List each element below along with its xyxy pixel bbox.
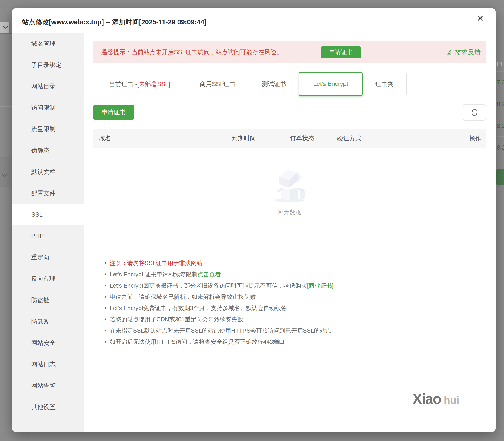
background-dropdown bbox=[0, 22, 10, 33]
background-php-version: 8.2 bbox=[497, 93, 504, 115]
sidebar-item-label: SSL bbox=[31, 211, 43, 218]
tab-label: Let's Encrypt bbox=[313, 80, 348, 88]
note-item: Let's Encrypt 证书申请和续签限制点击查看 bbox=[104, 269, 334, 280]
empty-state-text: 暂无数据 bbox=[93, 208, 486, 217]
sidebar-item-default-doc[interactable]: 默认文档 bbox=[12, 161, 84, 183]
tab-test-cert[interactable]: 测试证书 bbox=[249, 73, 299, 95]
note-item: 申请之前，请确保域名已解析，如未解析会导致审核失败 bbox=[104, 291, 334, 302]
feedback-label: 需求反馈 bbox=[455, 48, 481, 57]
sidebar-item-site-security[interactable]: 网站安全 bbox=[12, 332, 84, 354]
sidebar-item-label: PHP bbox=[31, 233, 44, 239]
divider bbox=[0, 64, 12, 64]
sidebar-item-config-file[interactable]: 配置文件 bbox=[12, 183, 84, 204]
note-link[interactable]: 点击查看 bbox=[198, 270, 221, 278]
sidebar-item-rewrite[interactable]: 伪静态 bbox=[12, 140, 84, 161]
sidebar-item-subdir-bind[interactable]: 子目录绑定 bbox=[12, 54, 84, 76]
note-item: 在未指定SSL默认站点时未开启SSL的站点使用HTTPS会直接访问到已开启SSL… bbox=[104, 325, 334, 336]
note-text: Let's Encrypt 证书申请和续签限制 bbox=[110, 270, 198, 278]
ssl-notes-list: 注意：请勿将SSL证书用于非法网站 Let's Encrypt 证书申请和续签限… bbox=[104, 257, 334, 347]
tab-label: 测试证书 bbox=[262, 80, 286, 88]
dialog-title: 站点修改[www.webcx.top] -- 添加时间[2025-11-29 0… bbox=[22, 17, 207, 27]
sidebar-item-ssl[interactable]: SSL bbox=[12, 204, 84, 225]
note-text: 如开启后无法使用HTTPS访问，请检查安全组是否正确放行443端口 bbox=[110, 338, 285, 346]
sidebar-item-label: 其他设置 bbox=[31, 404, 56, 410]
apply-cert-button[interactable]: 申请证书 bbox=[321, 46, 361, 58]
background-green-button bbox=[496, 169, 504, 185]
tab-commercial-ssl[interactable]: 商用SSL证书 bbox=[186, 73, 249, 95]
sidebar-item-label: 访问限制 bbox=[31, 104, 56, 111]
empty-box-icon bbox=[269, 166, 310, 204]
sidebar-item-label: 子目录绑定 bbox=[31, 62, 62, 68]
note-text: 注意：请勿将SSL证书用于非法网站 bbox=[110, 259, 203, 267]
note-item: 若您的站点使用了CDN或301重定向会导致续签失败 bbox=[104, 314, 334, 325]
sidebar-item-domain-manage[interactable]: 域名管理 bbox=[12, 33, 84, 54]
note-text: Let's Encrypt因更换根证书，部分老旧设备访问时可能提示不可信，考虑购… bbox=[110, 282, 307, 290]
sidebar-item-label: 防盗链 bbox=[31, 297, 49, 303]
sidebar-item-label: 网站目录 bbox=[31, 83, 56, 90]
refresh-button[interactable] bbox=[463, 104, 486, 121]
sidebar-item-anti-hotlink[interactable]: 防盗链 bbox=[12, 290, 84, 311]
watermark-logo: Xiao hui bbox=[413, 391, 459, 407]
background-right-strip: PH 7.3 8.2 8.2 8.2 bbox=[496, 8, 504, 432]
tab-warning-label: [未部署SSL] bbox=[137, 80, 170, 88]
sidebar-item-site-log[interactable]: 网站日志 bbox=[12, 354, 84, 375]
settings-sidebar: 域名管理 子目录绑定 网站目录 访问限制 流量限制 伪静态 默认文档 配置文件 … bbox=[12, 33, 84, 432]
sidebar-item-tamper-proof[interactable]: 防篡改 bbox=[12, 311, 84, 332]
background-left-strip: 0 0 bbox=[0, 8, 12, 432]
background-php-version: 8.2 bbox=[497, 115, 504, 137]
sidebar-item-reverse-proxy[interactable]: 反向代理 bbox=[12, 268, 84, 290]
note-text: 申请之前，请确保域名已解析，如未解析会导致审核失败 bbox=[110, 293, 256, 301]
chevron-down-icon bbox=[3, 26, 8, 29]
sidebar-item-redirect[interactable]: 重定向 bbox=[12, 247, 84, 268]
warning-text: 温馨提示：当前站点未开启SSL证书访问，站点访问可能存在风险。 bbox=[101, 41, 282, 63]
sidebar-item-label: 域名管理 bbox=[31, 40, 56, 47]
background-row bbox=[0, 158, 12, 187]
note-text: Let's Encrypt免费证书，有效期3个月，支持多域名。默认会自动续签 bbox=[110, 304, 287, 312]
chevron-down-icon bbox=[1, 173, 8, 177]
note-text: 若您的站点使用了CDN或301重定向会导致续签失败 bbox=[110, 315, 243, 323]
divider bbox=[0, 85, 12, 85]
divider bbox=[0, 33, 12, 34]
sidebar-item-label: 网站告警 bbox=[31, 382, 56, 389]
column-header-domain: 域名 bbox=[99, 129, 111, 148]
note-link[interactable]: [商业证书] bbox=[307, 282, 333, 290]
tab-label: 证书夹 bbox=[375, 80, 394, 88]
cert-table-header: 域名 到期时间 订单状态 验证方式 操作 bbox=[93, 129, 486, 148]
tab-label: 当前证书 - bbox=[109, 80, 137, 88]
divider bbox=[0, 128, 12, 128]
column-header-order-status: 订单状态 bbox=[290, 129, 314, 148]
note-item: 如开启后无法使用HTTPS访问，请检查安全组是否正确放行443端口 bbox=[104, 336, 334, 347]
tab-label: 商用SSL证书 bbox=[200, 80, 235, 88]
sidebar-item-label: 网站日志 bbox=[31, 361, 56, 368]
divider bbox=[0, 149, 12, 149]
empty-state: 暂无数据 bbox=[93, 166, 486, 217]
watermark-bold: Xiao bbox=[413, 391, 441, 407]
close-icon[interactable]: × bbox=[477, 12, 484, 24]
refresh-icon bbox=[470, 108, 479, 117]
sidebar-item-access-limit[interactable]: 访问限制 bbox=[12, 97, 84, 119]
note-text: 在未指定SSL默认站点时未开启SSL的站点使用HTTPS会直接访问到已开启SSL… bbox=[110, 327, 332, 335]
feedback-link[interactable]: 需求反馈 bbox=[446, 41, 481, 63]
site-edit-dialog: 站点修改[www.webcx.top] -- 添加时间[2025-11-29 0… bbox=[12, 8, 496, 432]
sidebar-item-php[interactable]: PHP bbox=[12, 225, 84, 247]
column-header-expire: 到期时间 bbox=[232, 129, 256, 148]
sidebar-item-site-dir[interactable]: 网站目录 bbox=[12, 76, 84, 97]
tab-cert-folder[interactable]: 证书夹 bbox=[362, 73, 407, 95]
sidebar-item-traffic-limit[interactable]: 流量限制 bbox=[12, 119, 84, 140]
column-header-verify-method: 验证方式 bbox=[337, 129, 361, 148]
sidebar-item-label: 重定向 bbox=[31, 254, 49, 261]
column-header-action: 操作 bbox=[469, 129, 481, 148]
watermark-light: hui bbox=[444, 394, 459, 406]
tab-current-cert[interactable]: 当前证书 - [未部署SSL] bbox=[93, 73, 186, 95]
sidebar-item-label: 防篡改 bbox=[31, 318, 49, 325]
sidebar-item-other-settings[interactable]: 其他设置 bbox=[12, 396, 84, 418]
sidebar-item-label: 流量限制 bbox=[31, 126, 56, 133]
tab-lets-encrypt[interactable]: Let's Encrypt bbox=[299, 72, 363, 96]
note-item: 注意：请勿将SSL证书用于非法网站 bbox=[104, 257, 334, 269]
divider bbox=[93, 252, 486, 252]
background-column-header: PH bbox=[497, 57, 504, 72]
apply-cert-button-main[interactable]: 申请证书 bbox=[93, 105, 134, 120]
sidebar-item-label: 反向代理 bbox=[31, 275, 56, 282]
sidebar-item-site-alert[interactable]: 网站告警 bbox=[12, 375, 84, 396]
feedback-edit-icon bbox=[446, 49, 453, 56]
